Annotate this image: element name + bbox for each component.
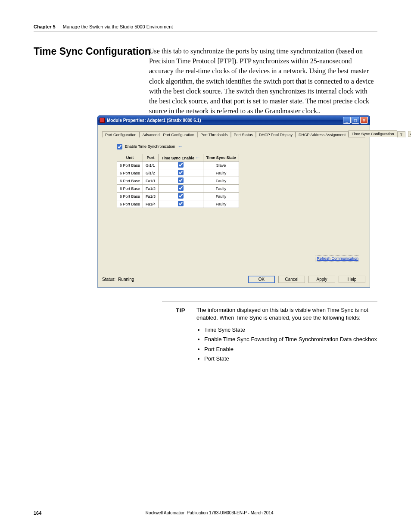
cell-enable: [159, 169, 203, 177]
time-sync-enable-checkbox[interactable]: [178, 177, 184, 183]
cell-port: Fa1/4: [143, 200, 159, 208]
tab-port-configuration[interactable]: Port Configuration: [102, 131, 140, 137]
maximize-icon[interactable]: □: [352, 117, 359, 124]
status-row: Status: Running OK Cancel Apply Help: [102, 276, 365, 283]
tab-dhcp-pool-display[interactable]: DHCP Pool Display: [256, 131, 296, 137]
cell-port: Fa1/2: [143, 185, 159, 193]
cell-enable: [159, 162, 203, 169]
tip-text: The information displayed on this tab is…: [196, 307, 368, 321]
tab-scroll: ◄ ►: [408, 131, 411, 137]
tip-list: Time Sync State Enable Time Sync Fowardi…: [204, 325, 377, 363]
cell-port: Gi1/1: [143, 162, 159, 169]
module-properties-dialog: Module Properties: Adapter1 (Stratix 800…: [97, 115, 370, 288]
tip-label: TIP: [162, 306, 185, 364]
table-header-row: Unit Port Time Sync Enable ← Time Sync S…: [117, 154, 239, 162]
cell-unit: 6 Port Base: [117, 200, 143, 208]
col-unit: Unit: [117, 154, 143, 162]
cell-port: Gi1/2: [143, 169, 159, 177]
table-row: 6 Port BaseFa1/3Faulty: [117, 193, 239, 200]
cancel-button[interactable]: Cancel: [278, 276, 305, 283]
cell-port: Fa1/3: [143, 193, 159, 200]
cell-unit: 6 Port Base: [117, 185, 143, 193]
cell-unit: 6 Port Base: [117, 169, 143, 177]
app-icon: [100, 118, 105, 123]
time-sync-enable-checkbox[interactable]: [178, 193, 184, 199]
dialog-body: Port Configuration Advanced - Port Confi…: [97, 125, 370, 288]
time-sync-enable-checkbox[interactable]: [178, 185, 184, 191]
ok-button[interactable]: OK: [248, 276, 275, 283]
arrow-left-icon: ←: [178, 143, 183, 149]
port-table: Unit Port Time Sync Enable ← Time Sync S…: [117, 154, 239, 208]
cell-enable: [159, 177, 203, 185]
tab-port-status[interactable]: Port Status: [231, 131, 256, 137]
col-time-sync-state: Time Sync State: [203, 154, 239, 162]
status-label: Status:: [102, 277, 115, 282]
time-sync-enable-checkbox[interactable]: [178, 201, 184, 206]
titlebar: Module Properties: Adapter1 (Stratix 800…: [97, 115, 370, 125]
cell-state: Faulty: [203, 177, 239, 185]
enable-time-sync-row: Enable Time Synchronization ←: [117, 143, 365, 149]
cell-state: Faulty: [203, 185, 239, 193]
help-button[interactable]: Help: [339, 276, 365, 283]
chapter-label: Chapter 5: [34, 24, 56, 29]
tip-block: TIP The information displayed on this ta…: [162, 302, 377, 369]
cell-enable: [159, 200, 203, 208]
list-item: Port Enable: [204, 345, 377, 354]
tab-port-thresholds[interactable]: Port Thresholds: [197, 131, 230, 137]
cell-state: Faulty: [203, 193, 239, 200]
enable-time-sync-label: Enable Time Synchronization: [125, 144, 175, 149]
status-value: Running: [118, 277, 134, 282]
time-sync-enable-checkbox[interactable]: [178, 170, 184, 175]
table-row: 6 Port BaseFa1/4Faulty: [117, 200, 239, 208]
section-title: Time Sync Configuration: [34, 46, 151, 57]
tabstrip: Port Configuration Advanced - Port Confi…: [102, 128, 365, 137]
cell-port: Fa1/1: [143, 177, 159, 185]
tab-advanced-port-configuration[interactable]: Advanced - Port Configuration: [140, 131, 198, 137]
cell-state: Faulty: [203, 200, 239, 208]
list-item: Enable Time Sync Fowarding of Time Synch…: [204, 335, 377, 344]
cell-unit: 6 Port Base: [117, 162, 143, 169]
refresh-communication-link[interactable]: Refresh Communication: [315, 255, 360, 261]
minimize-icon[interactable]: _: [343, 117, 351, 124]
page-number: 164: [34, 510, 41, 516]
tab-overflow[interactable]: T: [397, 131, 406, 137]
cell-unit: 6 Port Base: [117, 177, 143, 185]
table-row: 6 Port BaseGi1/2Faulty: [117, 169, 239, 177]
col-time-sync-enable: Time Sync Enable ←: [159, 154, 203, 162]
page-header: Chapter 5 Manage the Switch via the Stud…: [34, 24, 377, 31]
tab-dhcp-address-assignment[interactable]: DHCP Address Assignment: [296, 131, 349, 137]
time-sync-enable-checkbox[interactable]: [178, 162, 184, 168]
cell-enable: [159, 185, 203, 193]
cell-state: Slave: [203, 162, 239, 169]
list-item: Time Sync State: [204, 325, 377, 335]
cell-enable: [159, 193, 203, 200]
dialog-buttons: OK Cancel Apply Help: [248, 276, 365, 283]
tip-body: The information displayed on this tab is…: [196, 306, 377, 364]
tab-time-sync-configuration[interactable]: Time Sync Configuration: [349, 130, 397, 137]
dialog-title: Module Properties: Adapter1 (Stratix 800…: [107, 118, 343, 123]
enable-time-sync-checkbox[interactable]: [117, 144, 122, 149]
close-icon[interactable]: ×: [360, 117, 368, 124]
col-port: Port: [143, 154, 159, 162]
page-footer: 164 Rockwell Automation Publication 1783…: [34, 510, 377, 516]
apply-button[interactable]: Apply: [308, 276, 335, 283]
cell-state: Faulty: [203, 169, 239, 177]
tab-scroll-left-icon[interactable]: ◄: [408, 131, 411, 137]
cell-unit: 6 Port Base: [117, 193, 143, 200]
chapter-title: Manage the Switch via the Studio 5000 En…: [63, 24, 173, 29]
table-row: 6 Port BaseFa1/2Faulty: [117, 185, 239, 193]
arrow-left-icon: ←: [195, 155, 200, 161]
list-item: Port State: [204, 354, 377, 364]
table-row: 6 Port BaseGi1/1Slave: [117, 162, 239, 169]
body-paragraph: Use this tab to synchronize the ports by…: [149, 46, 377, 116]
publication-info: Rockwell Automation Publication 1783-UM0…: [41, 510, 377, 516]
table-row: 6 Port BaseFa1/1Faulty: [117, 177, 239, 185]
